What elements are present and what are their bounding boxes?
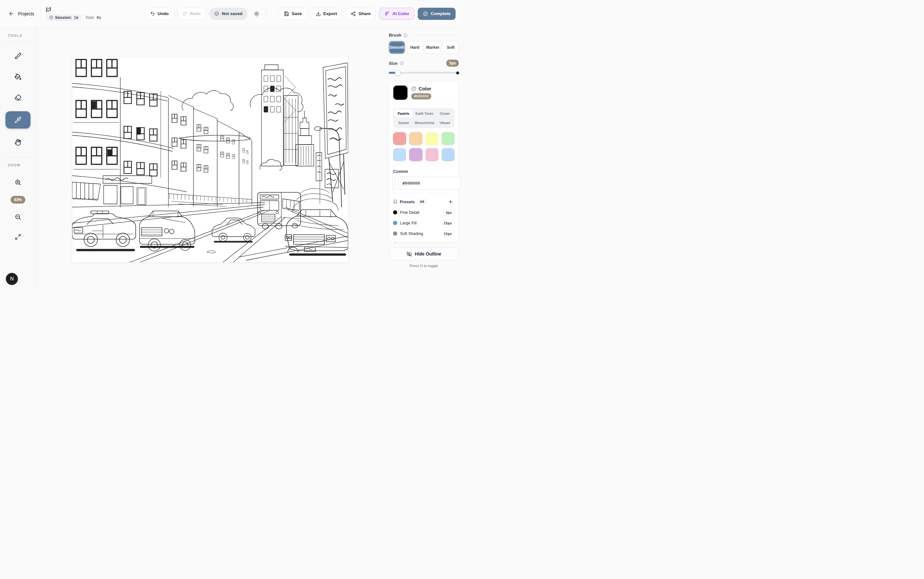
sparkles-icon (384, 11, 390, 16)
theme-toggle-button[interactable] (251, 8, 262, 19)
divider (266, 7, 267, 21)
divider (389, 104, 458, 104)
zoom-level-badge[interactable]: 83% (11, 196, 25, 204)
preset-item-fine-detail[interactable]: Fine Detail 3px (393, 207, 455, 218)
redo-button[interactable]: Redo (177, 8, 206, 20)
palette-tab-earth-tones[interactable]: Earth Tones (413, 109, 437, 118)
brush-header-label: Brush (389, 33, 401, 38)
palette-tab-ocean[interactable]: Ocean (437, 109, 453, 118)
brush-type-marker[interactable]: Marker (425, 41, 441, 54)
divider (389, 165, 458, 165)
preset-item-soft-shading[interactable]: Soft Shading 15px (393, 228, 455, 239)
ai-color-button[interactable]: AI Color (379, 8, 415, 20)
color-swatch[interactable] (409, 132, 422, 145)
back-arrow-icon (8, 11, 15, 17)
zoom-out-icon (15, 214, 21, 221)
current-color-swatch[interactable] (393, 85, 408, 100)
complete-button[interactable]: Complete (418, 8, 456, 20)
color-meta: Color #000000 (411, 85, 431, 100)
preset-item-partial[interactable] (393, 239, 455, 242)
slider-thumb[interactable] (395, 70, 401, 76)
save-label: Save (292, 11, 302, 16)
drawing-canvas[interactable] (72, 56, 348, 262)
presets-header-label: Presets (400, 200, 415, 204)
total-time: Total: 0s (85, 15, 101, 20)
size-slider[interactable] (389, 70, 459, 76)
preset-name: Large Fill (400, 221, 417, 226)
tool-paintbrush[interactable] (5, 49, 31, 63)
brush-type-soft[interactable]: Soft (443, 41, 459, 54)
brush-type-hard[interactable]: Hard (407, 41, 423, 54)
fit-screen-button[interactable] (5, 231, 31, 243)
document-title: j;l (46, 7, 102, 12)
plus-icon (448, 199, 453, 204)
redo-icon (182, 11, 187, 16)
paintbrush-icon (15, 52, 21, 59)
brush-type-group: Smooth Hard Marker Soft (389, 41, 459, 54)
expand-icon (15, 234, 21, 240)
share-button[interactable]: Share (346, 8, 376, 20)
complete-label: Complete (430, 11, 450, 16)
hand-icon (15, 139, 21, 146)
avatar-letter: N (10, 276, 14, 282)
topbar: Projects j;l Session: 1m Total: 0s (0, 0, 462, 27)
color-swatch[interactable] (409, 148, 422, 161)
zoom-header: ZOOM (0, 157, 36, 171)
color-swatch[interactable] (393, 132, 406, 145)
brush-type-smooth[interactable]: Smooth (389, 41, 405, 54)
tools-header: TOOLS (0, 27, 36, 41)
preset-color-dot (393, 210, 397, 214)
check-circle-icon (423, 11, 428, 16)
undo-label: Undo (158, 11, 169, 16)
tool-hand[interactable] (5, 135, 31, 149)
session-value: 1m (74, 15, 78, 20)
color-header-label: Color (419, 86, 431, 92)
export-label: Export (323, 11, 337, 16)
back-button[interactable] (6, 8, 17, 19)
presets-header: Presets 4/6 (393, 198, 455, 206)
color-swatch[interactable] (441, 132, 455, 145)
export-button[interactable]: Export (310, 8, 342, 20)
eraser-icon (15, 94, 21, 101)
color-swatch[interactable] (425, 132, 438, 145)
preset-name: Fine Detail (400, 210, 419, 215)
palette-icon (411, 86, 417, 92)
palette-tab-monochrome[interactable]: Monochrome (413, 119, 437, 127)
session-row: Session: 1m Total: 0s (46, 14, 102, 21)
custom-color-input[interactable] (398, 177, 461, 190)
info-icon (399, 61, 404, 65)
avatar[interactable]: N (6, 273, 18, 285)
hide-outline-label: Hide Outline (415, 251, 441, 257)
palette-tab-sunset[interactable]: Sunset (394, 119, 413, 127)
palette-tab-vibrant[interactable]: Vibrant (437, 119, 453, 127)
color-swatch[interactable] (393, 148, 406, 161)
tool-eyedropper[interactable] (5, 111, 31, 129)
undo-icon (150, 11, 155, 16)
color-swatch[interactable] (425, 148, 438, 161)
preset-item-large-fill[interactable]: Large Fill 25px (393, 218, 455, 228)
ai-color-label: AI Color (392, 11, 409, 16)
tool-fill-bucket[interactable] (5, 70, 31, 84)
sun-icon (254, 11, 259, 17)
zoom-controls: 83% (0, 171, 36, 243)
custom-color-swatch[interactable] (393, 177, 395, 190)
color-header: Color #000000 (393, 85, 455, 100)
color-swatch[interactable] (441, 148, 455, 161)
zoom-in-button[interactable] (5, 176, 31, 189)
palette-tab-pastels[interactable]: Pastels (394, 109, 413, 118)
zoom-out-button[interactable] (5, 211, 31, 224)
total-value: 0s (97, 15, 101, 20)
presets-count-badge: 4/6 (417, 199, 427, 204)
projects-link[interactable]: Projects (18, 11, 34, 16)
topbar-center: Undo Redo Not saved (145, 0, 267, 27)
share-icon (351, 11, 356, 16)
add-preset-button[interactable] (446, 198, 455, 206)
undo-button[interactable]: Undo (145, 8, 174, 20)
save-button[interactable]: Save (279, 8, 307, 20)
eye-off-icon (407, 251, 412, 257)
custom-color-label: Custom (393, 169, 455, 174)
hide-outline-button[interactable]: Hide Outline (389, 247, 459, 260)
zoom-in-icon (15, 179, 21, 186)
tool-eraser[interactable] (5, 90, 31, 105)
topbar-right: Save Export Share AI Color Complete (279, 0, 456, 27)
